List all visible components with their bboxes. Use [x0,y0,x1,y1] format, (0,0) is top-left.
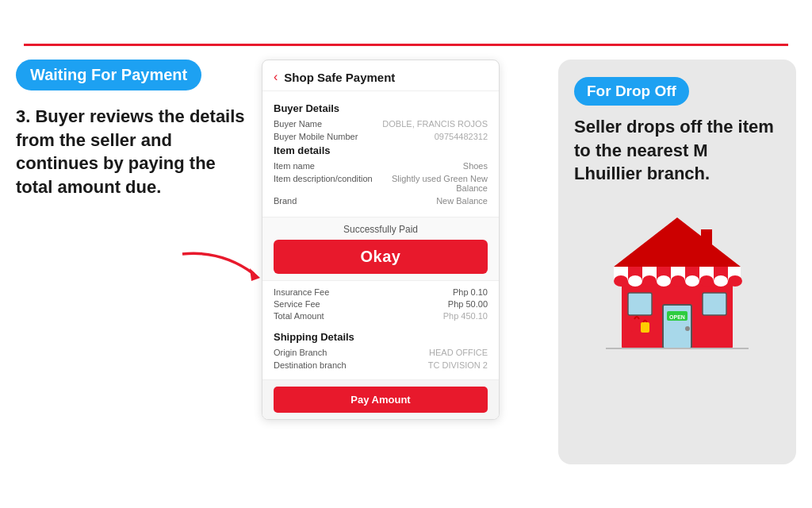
item-name-row: Item name Shoes [274,161,488,171]
total-amount-value: Php 450.10 [443,311,488,321]
svg-point-18 [657,275,671,287]
shipping-section: Shipping Details Origin Branch HEAD OFFI… [262,323,499,379]
buyer-name-label: Buyer Name [274,119,322,129]
destination-branch-row: Destination branch TC DIVISION 2 [274,360,488,370]
buyer-mobile-label: Buyer Mobile Number [274,132,358,141]
drop-off-description: Seller drops off the item to the nearest… [574,115,780,186]
back-arrow-icon[interactable]: ‹ [274,70,278,84]
origin-branch-value: HEAD OFFICE [429,348,488,357]
okay-button[interactable]: Okay [274,240,488,274]
waiting-for-payment-badge: Waiting For Payment [16,60,201,90]
pay-amount-button[interactable]: Pay Amount [274,387,488,413]
phone-mockup: ‹ Shop Safe Payment Buyer Details Buyer … [262,60,500,420]
svg-marker-0 [250,268,260,281]
svg-rect-28 [631,319,642,332]
svg-point-4 [685,326,690,331]
svg-point-16 [628,275,642,287]
fees-section: Insurance Fee Php 0.10 Service Fee Php 5… [262,281,499,321]
buyer-mobile-row: Buyer Mobile Number 09754482312 [274,132,488,141]
svg-rect-25 [701,229,712,252]
svg-point-23 [728,275,742,287]
item-name-value: Shoes [463,161,488,171]
buyer-mobile-value: 09754482312 [435,132,488,141]
service-fee-label: Service Fee [274,299,320,309]
svg-marker-24 [614,217,741,267]
service-fee-value: Php 50.00 [448,299,488,309]
insurance-fee-label: Insurance Fee [274,287,329,297]
svg-point-19 [671,275,685,287]
phone-body: Buyer Details Buyer Name DOBLE, FRANCIS … [262,91,499,217]
svg-point-20 [685,275,699,287]
svg-rect-5 [628,293,652,315]
for-drop-off-badge: For Drop Off [574,77,689,106]
store-illustration: OPEN [574,202,780,352]
item-desc-value: Slightly used Green New Balance [377,174,488,193]
destination-branch-label: Destination branch [274,360,347,370]
insurance-fee-row: Insurance Fee Php 0.10 [274,287,488,297]
item-name-label: Item name [274,161,315,171]
origin-branch-label: Origin Branch [274,348,327,357]
service-fee-row: Service Fee Php 50.00 [274,299,488,309]
top-red-line [24,44,788,46]
brand-label: Brand [274,196,297,206]
left-description-text: 3. Buyer reviews the details from the se… [16,105,254,199]
buyer-name-row: Buyer Name DOBLE, FRANCIS ROJOS [274,119,488,129]
left-section: Waiting For Payment 3. Buyer reviews the… [16,60,254,199]
brand-row: Brand New Balance [274,196,488,206]
svg-rect-7 [703,293,726,315]
total-amount-label: Total Amount [274,311,324,321]
bottom-button-area: Pay Amount [262,379,499,419]
item-desc-label: Item description/condition [274,174,373,193]
svg-point-17 [642,275,657,287]
svg-point-15 [614,275,628,287]
phone-title: Shop Safe Payment [284,71,395,84]
total-amount-row: Total Amount Php 450.10 [274,311,488,321]
brand-value: New Balance [436,196,488,206]
phone-header: ‹ Shop Safe Payment [262,60,499,91]
item-details-title: Item details [274,144,488,156]
destination-branch-value: TC DIVISION 2 [428,360,488,370]
right-section: For Drop Off Seller drops off the item t… [558,60,796,464]
buyer-details-title: Buyer Details [274,102,488,114]
svg-rect-29 [641,322,649,333]
origin-branch-row: Origin Branch HEAD OFFICE [274,348,488,357]
buyer-name-value: DOBLE, FRANCIS ROJOS [382,119,488,129]
svg-point-22 [714,275,728,287]
shipping-details-title: Shipping Details [274,331,488,343]
item-desc-row: Item description/condition Slightly used… [274,174,488,193]
successfully-paid-text: Successfully Paid [274,224,488,235]
svg-point-21 [699,275,714,287]
svg-text:OPEN: OPEN [669,314,685,320]
success-section: Successfully Paid Okay [262,217,499,281]
store-svg-icon: OPEN [598,202,756,352]
insurance-fee-value: Php 0.10 [453,287,488,297]
